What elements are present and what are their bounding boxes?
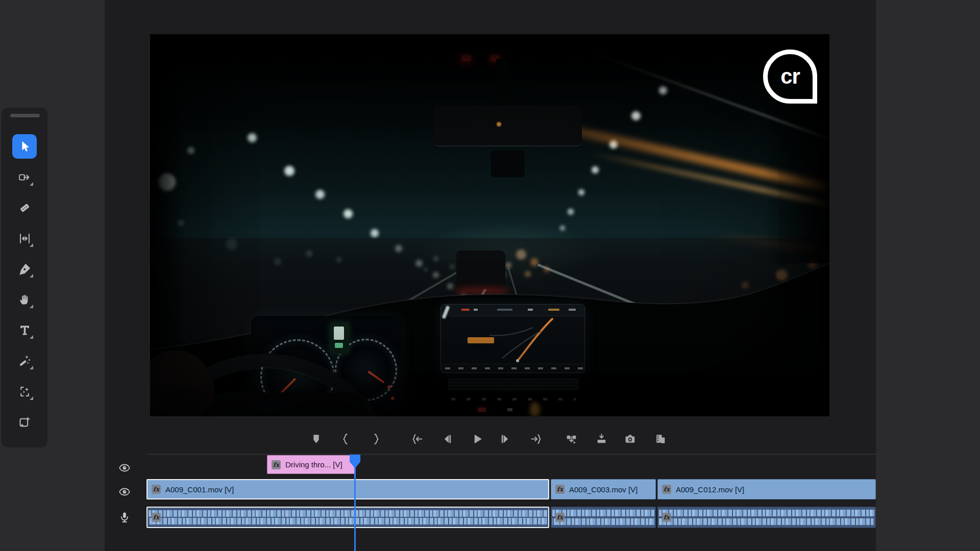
step-forward-button[interactable] — [496, 430, 514, 448]
fx-badge: fx — [662, 513, 671, 522]
timeline-clip-video[interactable]: fx A009_C003.mov [V] — [551, 479, 656, 499]
fx-badge: fx — [152, 513, 161, 522]
clip-label: A009_C012.mov [V] — [676, 485, 744, 494]
razor-tool[interactable] — [12, 195, 37, 220]
audio-waveform — [659, 518, 874, 525]
step-back-button[interactable] — [438, 430, 456, 448]
clip-label: Driving thro... [V] — [285, 460, 342, 469]
clip-label: A009_C001.mov [V] — [165, 485, 234, 494]
add-marker-button[interactable] — [307, 430, 325, 448]
track-select-forward-tool[interactable] — [12, 165, 37, 189]
audio-waveform — [149, 510, 547, 517]
export-frame-button[interactable] — [621, 430, 639, 448]
timeline-clip-audio[interactable]: fx — [551, 507, 656, 528]
cr-watermark-logo: cr — [763, 49, 817, 104]
fx-badge: fx — [662, 485, 671, 494]
selection-tool[interactable] — [12, 134, 37, 159]
mark-in-button[interactable] — [336, 430, 355, 448]
vignette — [150, 34, 829, 416]
play-button[interactable] — [468, 430, 486, 448]
timeline-clip-audio[interactable]: fx — [657, 507, 876, 528]
audio-waveform — [552, 510, 654, 516]
drag-handle[interactable] — [10, 114, 40, 117]
tool-rail — [2, 108, 47, 447]
track-v1-visibility-toggle[interactable] — [118, 486, 131, 498]
magic-wand-tool[interactable] — [12, 348, 37, 373]
editor-canvas: cr fx Dr — [105, 0, 876, 551]
timeline-clip-overlay[interactable]: fx Driving thro... [V] — [267, 455, 355, 474]
generative-extend-tool[interactable] — [12, 379, 37, 404]
fx-badge: fx — [555, 513, 565, 522]
playhead-line[interactable] — [354, 455, 356, 551]
fx-badge: fx — [272, 460, 281, 469]
hand-tool[interactable] — [12, 287, 37, 312]
export-media-button[interactable] — [651, 430, 669, 448]
timeline-clip-video[interactable]: fx A009_C001.mov [V] — [146, 479, 549, 499]
track-v2-visibility-toggle[interactable] — [118, 462, 131, 474]
fx-badge: fx — [152, 485, 161, 494]
track-a1-mic-toggle[interactable] — [118, 511, 131, 523]
audio-waveform — [552, 518, 654, 525]
video-preview: cr — [150, 34, 829, 416]
slip-tool[interactable] — [12, 226, 37, 251]
pen-tool[interactable] — [12, 257, 37, 281]
type-tool[interactable] — [12, 318, 37, 342]
audio-waveform — [149, 518, 547, 524]
overwrite-button[interactable] — [592, 430, 610, 448]
timeline-clip-video[interactable]: fx A009_C012.mov [V] — [657, 479, 876, 499]
audio-waveform — [659, 510, 874, 516]
desktop: { "logo": { "text": "cr" }, "colors": { … — [0, 0, 980, 551]
fx-badge: fx — [555, 485, 565, 494]
ai-clip-tool[interactable] — [12, 410, 37, 434]
mark-out-button[interactable] — [366, 430, 385, 448]
track-v2-strip — [148, 454, 876, 455]
timeline-clip-audio[interactable]: fx — [146, 507, 549, 528]
go-to-out-button[interactable] — [527, 430, 545, 448]
clip-label: A009_C003.mov [V] — [569, 485, 638, 494]
go-to-in-button[interactable] — [408, 430, 426, 448]
insert-button[interactable] — [562, 430, 580, 448]
